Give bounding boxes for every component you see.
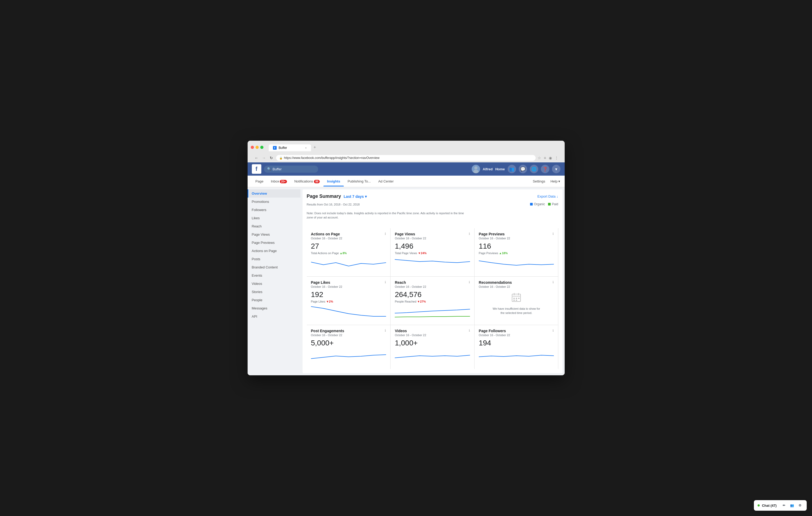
metric-card-page-previews: Page Previews ℹ October 16 - October 22 … [474,228,558,276]
sidebar-item-page-previews[interactable]: Page Previews [248,239,300,247]
nav-item-page[interactable]: Page [252,176,267,187]
sidebar-item-people[interactable]: People [248,296,300,304]
help-icon[interactable]: ❓ [541,165,549,173]
metric-change: ▲18% [499,251,508,255]
legend-organic-dot [530,203,533,206]
back-button[interactable]: ← [254,155,259,161]
close-tab-button[interactable]: × [305,146,307,150]
address-bar-row: ← → ↻ 🔒 https://www.facebook.com/buffera… [251,154,561,162]
info-icon[interactable]: ℹ [385,329,386,332]
results-note: Note: Does not include today's data. Ins… [307,211,471,220]
info-icon[interactable]: ℹ [385,232,386,236]
nav-item-ad-center[interactable]: Ad Center [374,176,398,187]
messenger-icon[interactable]: 💬 [519,165,527,173]
close-window-button[interactable] [251,146,254,149]
info-icon[interactable]: ℹ [385,280,386,284]
inbox-badge: 20+ [280,180,287,183]
chart-area [311,349,386,365]
info-icon[interactable]: ℹ [469,329,470,332]
sidebar-item-stories[interactable]: Stories [248,288,300,296]
nav-item-insights[interactable]: Insights [323,176,344,187]
info-icon[interactable]: ℹ [553,232,554,236]
chat-label: Chat (47) [762,504,777,508]
metric-date: October 16 - October 22 [479,333,554,337]
sidebar-item-page-views[interactable]: Page Views [248,230,300,239]
metric-date: October 16 - October 22 [311,333,386,337]
info-icon[interactable]: ℹ [469,232,470,236]
metric-date: October 16 - October 22 [395,333,470,337]
metric-header: Post Engagements ℹ [311,329,386,333]
settings-link[interactable]: Settings [533,179,545,183]
tab-title: Buffer [279,146,287,150]
sidebar-item-branded-content[interactable]: Branded Content [248,263,300,271]
metric-value: 1,000+ [395,339,470,347]
sidebar-item-videos[interactable]: Videos [248,279,300,288]
fb-search-box[interactable]: 🔍 [264,166,318,173]
metric-change: ▼27% [417,300,426,303]
content-area: Page Summary Last 7 days ▾ Export Data ↓… [302,189,562,373]
metric-date: October 16 - October 22 [395,237,470,240]
minimize-window-button[interactable] [256,146,259,149]
user-name[interactable]: Alfred [483,167,493,171]
search-input[interactable] [273,167,315,171]
sidebar-item-promotions[interactable]: Promotions [248,197,300,206]
page-nav: Page Inbox20+ Notifications99 Insights P… [248,175,565,187]
metric-header: Reach ℹ [395,280,470,284]
chat-contacts-button[interactable]: 👥 [789,502,795,509]
metric-header: Page Followers ℹ [479,329,554,333]
sidebar-item-api[interactable]: API [248,313,300,321]
results-row: Results from Oct 16, 2018 - Oct 22, 2018… [307,202,558,224]
maximize-window-button[interactable] [260,146,263,149]
metric-title: Page Previews [479,232,505,236]
nav-item-inbox[interactable]: Inbox20+ [267,176,291,187]
sidebar-item-events[interactable]: Events [248,271,300,279]
tab-favicon: f [273,146,277,150]
metric-value: 1,496 [395,242,470,250]
metric-sub: Total Page Views ▼24% [395,251,470,255]
insufficient-text: We have insufficient data to show forthe… [493,307,540,315]
chat-settings-button[interactable]: ⚙ [797,502,803,509]
chat-compose-button[interactable]: ✏ [781,502,787,509]
nav-item-publishing[interactable]: Publishing To... [344,176,374,187]
fb-nav-right: Alfred Home 👥 💬 🌐 ❓ ▾ [472,165,560,173]
insufficient-data: We have insufficient data to show forthe… [479,291,554,317]
info-icon[interactable]: ℹ [469,280,470,284]
date-range-button[interactable]: Last 7 days ▾ [344,194,367,199]
chat-widget[interactable]: Chat (47) ✏ 👥 ⚙ [754,500,807,511]
sidebar-item-actions-on-page[interactable]: Actions on Page [248,247,300,255]
refresh-button[interactable]: ↻ [269,155,274,161]
settings-dropdown-icon[interactable]: ▾ [552,165,560,173]
profile-icon[interactable]: ◉ [549,156,552,160]
nav-item-notifications[interactable]: Notifications99 [291,176,323,187]
sidebar-item-messages[interactable]: Messages [248,304,300,313]
sidebar-item-posts[interactable]: Posts [248,255,300,263]
legend-organic-label: Organic [534,202,545,206]
results-from: Results from Oct 16, 2018 - Oct 22, 2018 [307,202,471,207]
help-dropdown[interactable]: Help ▾ [550,179,560,183]
address-bar[interactable]: 🔒 https://www.facebook.com/bufferapp/ins… [276,155,536,161]
sidebar-item-reach[interactable]: Reach [248,222,300,230]
new-tab-button[interactable]: + [311,143,319,151]
info-icon[interactable]: ℹ [553,280,554,284]
friends-icon[interactable]: 👥 [508,165,516,173]
bookmark-icon[interactable]: ☆ [538,156,541,160]
metric-title: Page Views [395,232,415,236]
search-icon: 🔍 [267,167,271,171]
info-icon[interactable]: ℹ [553,329,554,332]
browser-controls: f Buffer × + [251,143,561,151]
extensions-icon[interactable]: ≡ [544,156,546,160]
metric-date: October 16 - October 22 [311,237,386,240]
home-link[interactable]: Home [495,167,505,171]
sidebar-item-followers[interactable]: Followers [248,206,300,214]
sidebar-item-likes[interactable]: Likes [248,214,300,222]
active-tab[interactable]: f Buffer × [269,144,311,151]
menu-icon[interactable]: ⋮ [555,156,558,160]
forward-button[interactable]: → [261,155,267,161]
globe-icon[interactable]: 🌐 [530,165,538,173]
export-data-button[interactable]: Export Data ↓ [538,194,558,198]
metric-title: Recommendations [479,280,512,284]
sidebar-item-overview[interactable]: Overview [248,189,300,197]
legend-paid: Paid [548,202,558,206]
tab-bar: f Buffer × + [269,143,319,151]
metric-card-post-engagements: Post Engagements ℹ October 16 - October … [307,325,390,369]
